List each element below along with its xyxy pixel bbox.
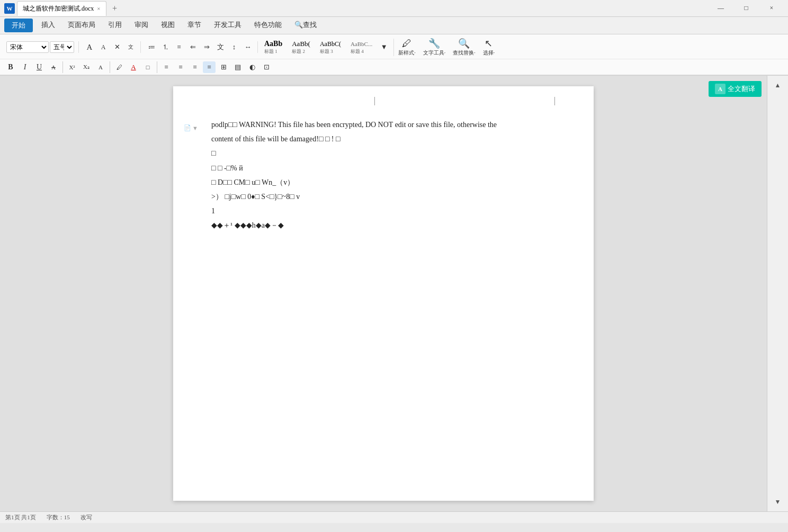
doc-line-5: □ D□□ CM□ u□ Wn_（v） bbox=[211, 176, 556, 189]
tab-special[interactable]: 特色功能 bbox=[248, 17, 288, 34]
font-size-select[interactable]: 五号 bbox=[50, 41, 74, 53]
justify-btn[interactable]: ≡ bbox=[203, 61, 216, 73]
style-heading3[interactable]: AaBbC( 标题 3 bbox=[316, 39, 345, 56]
select-btn[interactable]: ↖ 选择· bbox=[481, 37, 497, 58]
style-heading1[interactable]: AaBb 标题 1 bbox=[260, 39, 286, 56]
quick-styles-group: AaBb 标题 1 AaBb( 标题 2 AaBbC( 标题 3 AaBbC..… bbox=[260, 39, 394, 56]
para-marker-area: 📄 ▼ bbox=[184, 124, 198, 131]
text-color-btn[interactable]: A bbox=[127, 61, 140, 73]
translate-button[interactable]: A 全文翻译 bbox=[709, 81, 762, 97]
text-tools-btn[interactable]: 🔧 文字工具· bbox=[421, 37, 448, 58]
divider3 bbox=[157, 61, 157, 73]
tab-insert[interactable]: 插入 bbox=[35, 17, 61, 34]
title-bar: W 城之盾软件加密测试.docx × + — □ × bbox=[0, 0, 788, 17]
font-color-btn[interactable]: A bbox=[94, 61, 107, 73]
font-size-group: A A ✕ 文 bbox=[81, 41, 141, 53]
doc-line-2: content of this file will be damaged!□ □… bbox=[211, 132, 556, 146]
close-button[interactable]: × bbox=[759, 0, 784, 17]
align-right-btn[interactable]: ≡ bbox=[189, 61, 201, 73]
font-group: 宋体 五号 bbox=[4, 41, 79, 53]
highlight-btn[interactable]: 🖊 bbox=[113, 61, 126, 73]
scroll-up-btn[interactable]: ▲ bbox=[769, 78, 786, 93]
font-grow-btn[interactable]: A bbox=[83, 41, 96, 53]
font-shrink-btn[interactable]: A bbox=[97, 41, 110, 53]
tools-group: 🖊 新样式· 🔧 文字工具· 🔍 查找替换· ↖ 选择· bbox=[396, 37, 497, 58]
translate-icon: A bbox=[715, 84, 726, 94]
main-area: A 全文翻译 📄 ▼ podlp□□ WARNING! This file ha… bbox=[0, 76, 788, 511]
clear-format-btn[interactable]: ✕ bbox=[111, 41, 123, 53]
table-grid-btn[interactable]: ⊞ bbox=[217, 61, 230, 73]
doc-line-3: □ bbox=[211, 147, 556, 160]
doc-line-8: ◆◆＋¹ ◆◆◆h◆a◆－◆ bbox=[211, 219, 556, 232]
underline-btn[interactable]: U bbox=[33, 61, 46, 73]
tab-close-btn[interactable]: × bbox=[97, 5, 100, 12]
divider1 bbox=[62, 61, 63, 73]
font-name-select[interactable]: 宋体 bbox=[6, 41, 49, 53]
char-spacing-btn[interactable]: ↔ bbox=[241, 41, 254, 53]
align-center-btn[interactable]: ≡ bbox=[174, 61, 187, 73]
bullet-list-btn[interactable]: ≔ bbox=[145, 41, 158, 53]
new-tab-button[interactable]: + bbox=[109, 2, 121, 15]
document-scroll-area[interactable]: 📄 ▼ podlp□□ WARNING! This file has been … bbox=[0, 76, 767, 511]
tab-review[interactable]: 审阅 bbox=[128, 17, 155, 34]
col-layout-btn[interactable]: ▤ bbox=[231, 61, 244, 73]
multilevel-list-btn[interactable]: ≡ bbox=[173, 41, 185, 53]
subscript-btn[interactable]: X₂ bbox=[80, 61, 93, 73]
chinese-format-btn[interactable]: 文 bbox=[214, 41, 227, 53]
translate-label: 全文翻译 bbox=[728, 84, 755, 94]
shading-btn[interactable]: ◐ bbox=[246, 61, 258, 73]
find-replace-btn[interactable]: 🔍 查找替换· bbox=[451, 37, 478, 58]
tab-refs[interactable]: 引用 bbox=[102, 17, 128, 34]
ribbon-tab-bar: 开始 插入 页面布局 引用 审阅 视图 章节 开发工具 特色功能 🔍查找 bbox=[0, 17, 788, 34]
numbered-list-btn[interactable]: ⒈ bbox=[159, 41, 172, 53]
maximize-button[interactable]: □ bbox=[734, 0, 758, 17]
word-count: 字数：15 bbox=[47, 513, 70, 521]
tab-start[interactable]: 开始 bbox=[4, 19, 33, 32]
doc-line-1: podlp□□ WARNING! This file has been encr… bbox=[211, 118, 556, 131]
list-group: ≔ ⒈ ≡ ⇐ ⇒ 文 ↕ ↔ bbox=[143, 41, 258, 53]
ruler-marker-right bbox=[554, 97, 556, 105]
tab-view[interactable]: 视图 bbox=[155, 17, 181, 34]
document-content: podlp□□ WARNING! This file has been encr… bbox=[211, 118, 556, 232]
style-scroll-down[interactable]: ▼ bbox=[378, 41, 390, 53]
style-heading4[interactable]: AaBbC... 标题 4 bbox=[346, 39, 377, 56]
scroll-down-btn[interactable]: ▼ bbox=[769, 494, 786, 509]
format-toolbar: B I U A X² X₂ A 🖊 A □ ≡ ≡ ≡ ≡ ⊞ ▤ ◐ ⊡ bbox=[0, 59, 788, 75]
minimize-button[interactable]: — bbox=[709, 0, 733, 17]
decrease-indent-btn[interactable]: ⇐ bbox=[186, 41, 199, 53]
document-tab[interactable]: 城之盾软件加密测试.docx × bbox=[17, 1, 106, 16]
tab-layout[interactable]: 页面布局 bbox=[61, 17, 102, 34]
input-mode: 改写 bbox=[80, 513, 92, 521]
tab-find[interactable]: 🔍查找 bbox=[288, 17, 323, 34]
align-left-btn[interactable]: ≡ bbox=[160, 61, 173, 73]
page-info: 第1页 共1页 bbox=[5, 513, 36, 521]
divider2 bbox=[110, 61, 110, 73]
italic-btn[interactable]: I bbox=[19, 61, 31, 73]
tab-chapter[interactable]: 章节 bbox=[181, 17, 208, 34]
strikethrough-btn[interactable]: A bbox=[47, 61, 60, 73]
document-page: 📄 ▼ podlp□□ WARNING! This file has been … bbox=[173, 86, 594, 501]
para-spacing-btn[interactable]: ↕ bbox=[228, 41, 240, 53]
doc-line-7: 1 bbox=[211, 204, 556, 218]
right-sidebar: ▲ ▼ bbox=[767, 76, 788, 511]
phonetic-btn[interactable]: 文 bbox=[124, 41, 137, 53]
window-controls: — □ × bbox=[709, 0, 784, 17]
border-btn[interactable]: □ bbox=[141, 61, 154, 73]
doc-line-4: □ □ -□% й bbox=[211, 161, 556, 175]
increase-indent-btn[interactable]: ⇒ bbox=[200, 41, 213, 53]
status-bar: 第1页 共1页 字数：15 改写 bbox=[0, 511, 788, 523]
tab-devtools[interactable]: 开发工具 bbox=[208, 17, 248, 34]
new-style-btn[interactable]: 🖊 新样式· bbox=[396, 37, 418, 58]
ribbon: 开始 插入 页面布局 引用 审阅 视图 章节 开发工具 特色功能 🔍查找 宋体 … bbox=[0, 17, 788, 76]
doc-line-6: >） □j□w□ 0♦□ S<□}□~8□ v bbox=[211, 190, 556, 203]
bold-btn[interactable]: B bbox=[4, 61, 17, 73]
superscript-btn[interactable]: X² bbox=[66, 61, 78, 73]
style-heading2[interactable]: AaBb( 标题 2 bbox=[288, 39, 315, 56]
ruler-marker-left bbox=[374, 97, 375, 105]
app-icon: W bbox=[4, 3, 15, 14]
border2-btn[interactable]: ⊡ bbox=[260, 61, 273, 73]
content-wrapper: A 全文翻译 📄 ▼ podlp□□ WARNING! This file ha… bbox=[0, 76, 788, 523]
tab-filename: 城之盾软件加密测试.docx bbox=[23, 4, 94, 13]
